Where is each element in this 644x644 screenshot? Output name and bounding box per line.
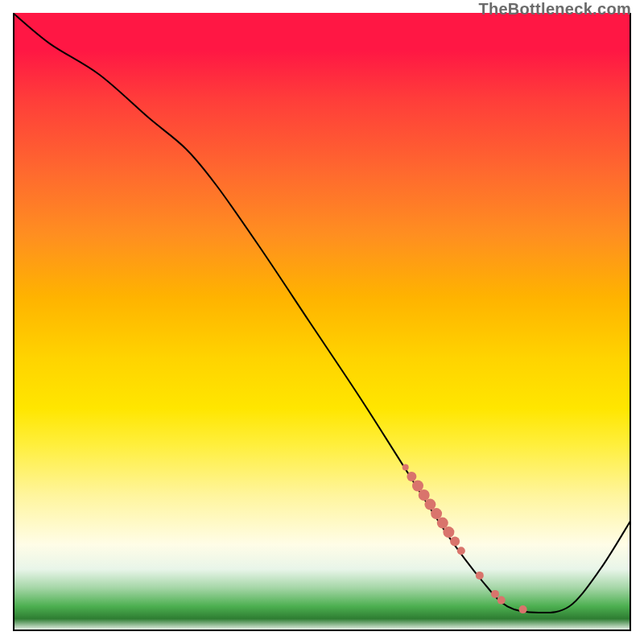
bottleneck-chart: TheBottleneck.com (0, 0, 644, 644)
watermark-text: TheBottleneck.com (478, 0, 631, 19)
heat-gradient-background (13, 13, 631, 631)
